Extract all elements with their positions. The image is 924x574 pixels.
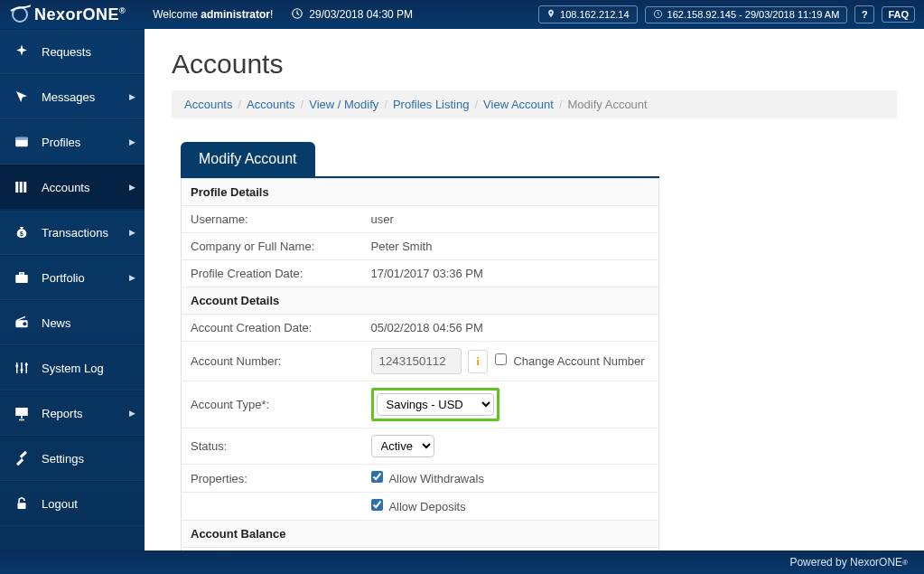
sidebar-item-profiles[interactable]: Profiles▶	[0, 119, 145, 165]
properties-label: Properties:	[182, 465, 362, 493]
breadcrumb-link[interactable]: View Account	[483, 98, 554, 111]
globe-swoosh-icon	[9, 4, 31, 25]
acct-created-value: 05/02/2018 04:56 PM	[362, 315, 659, 342]
chevron-right-icon: ▶	[129, 183, 135, 192]
svg-point-18	[15, 364, 18, 367]
status-label: Status:	[182, 428, 362, 465]
sidebar-item-system-log[interactable]: System Log	[0, 345, 145, 391]
sidebar-item-accounts[interactable]: Accounts▶	[0, 165, 145, 210]
sidebar-item-news[interactable]: News	[0, 300, 145, 345]
sidebar-item-portfolio[interactable]: Portfolio▶	[0, 255, 145, 300]
breadcrumb-separator: /	[301, 98, 304, 111]
books-icon	[13, 178, 31, 196]
sidebar-item-label: Portfolio	[42, 271, 85, 285]
last-session-pill[interactable]: 162.158.92.145 - 29/03/2018 11:19 AM	[645, 6, 848, 24]
acct-type-select[interactable]: Savings - USD	[377, 393, 494, 416]
section-account-balance: Account Balance	[182, 521, 659, 548]
chevron-right-icon: ▶	[129, 137, 135, 146]
svg-rect-10	[15, 275, 28, 283]
page-title: Accounts	[172, 49, 897, 80]
sidebar-item-label: Logout	[42, 497, 78, 511]
server-datetime: 29/03/2018 04:30 PM	[291, 7, 413, 23]
breadcrumb-link[interactable]: Accounts	[184, 98, 232, 111]
sidebar-item-label: Settings	[42, 452, 84, 466]
welcome-text: Welcome administrator!	[153, 8, 273, 21]
moneybag-icon: $	[13, 223, 31, 241]
sidebar-item-label: Profiles	[42, 136, 80, 149]
acct-type-label: Account Type*:	[182, 381, 362, 428]
briefcase-icon	[13, 268, 31, 287]
brand-name: NexorONE®	[34, 5, 126, 24]
breadcrumb-separator: /	[384, 98, 387, 111]
svg-rect-6	[15, 182, 18, 193]
sidebar-item-requests[interactable]: Requests	[0, 29, 145, 74]
change-acct-number-label: Change Account Number	[513, 354, 644, 368]
breadcrumb-link[interactable]: View / Modify	[309, 98, 378, 111]
svg-rect-11	[20, 273, 24, 275]
faq-button[interactable]: FAQ	[882, 6, 915, 23]
sliders-icon	[13, 359, 31, 377]
svg-point-13	[23, 322, 26, 325]
svg-point-19	[21, 369, 23, 372]
change-acct-number-checkbox[interactable]	[495, 353, 507, 365]
svg-rect-21	[15, 408, 28, 416]
section-account-details: Account Details	[182, 287, 659, 315]
profile-created-label: Profile Creation Date:	[182, 260, 362, 287]
svg-rect-5	[15, 137, 28, 140]
sidebar-item-label: Requests	[42, 45, 91, 59]
footer-bar: Powered by NexorONE®	[0, 550, 924, 574]
chevron-right-icon: ▶	[129, 92, 135, 101]
svg-text:$: $	[20, 231, 23, 238]
allow-withdrawals-checkbox[interactable]	[371, 471, 383, 483]
sidebar-item-settings[interactable]: Settings	[0, 436, 145, 481]
id-card-icon	[13, 133, 31, 151]
clock-icon	[291, 7, 303, 23]
current-ip-pill[interactable]: 108.162.212.14	[538, 5, 637, 24]
profile-created-value: 17/01/2017 03:36 PM	[362, 260, 659, 287]
sidebar-item-label: Reports	[42, 407, 83, 420]
svg-point-20	[25, 363, 28, 366]
acct-created-label: Account Creation Date:	[182, 315, 362, 342]
acct-number-input[interactable]	[371, 348, 462, 374]
sidebar-item-label: Transactions	[42, 226, 108, 240]
chevron-right-icon: ▶	[129, 273, 135, 282]
sidebar-item-label: Messages	[42, 90, 95, 104]
sidebar-item-reports[interactable]: Reports▶	[0, 391, 145, 436]
breadcrumb-link[interactable]: Profiles Listing	[393, 98, 470, 111]
help-button[interactable]: ?	[854, 5, 874, 24]
chevron-right-icon: ▶	[129, 409, 135, 418]
acct-number-label: Account Number:	[182, 342, 362, 381]
breadcrumb: Accounts/Accounts/View / Modify/Profiles…	[172, 90, 897, 118]
fullname-value: Peter Smith	[362, 233, 659, 260]
svg-point-2	[550, 12, 552, 14]
breadcrumb-separator: /	[474, 98, 478, 111]
breadcrumb-separator: /	[559, 98, 563, 111]
info-icon[interactable]: i	[468, 350, 488, 373]
tab-modify-account[interactable]: Modify Account	[181, 142, 315, 176]
breadcrumb-separator: /	[238, 98, 241, 111]
svg-rect-8	[23, 182, 26, 193]
sidebar-item-label: Accounts	[42, 181, 89, 194]
username-value: user	[362, 206, 659, 233]
clock-icon	[653, 9, 663, 21]
cursor-icon	[13, 88, 31, 106]
sidebar-item-label: System Log	[42, 362, 104, 375]
allow-deposits-checkbox[interactable]	[371, 499, 383, 511]
section-profile-details: Profile Details	[182, 179, 659, 206]
radio-icon	[13, 314, 31, 332]
sidebar-item-label: News	[42, 316, 71, 330]
sidebar-item-logout[interactable]: Logout	[0, 481, 145, 526]
presentation-icon	[13, 404, 31, 422]
svg-rect-7	[20, 182, 23, 193]
svg-line-14	[17, 316, 25, 320]
brand-logo[interactable]: NexorONE®	[9, 4, 126, 25]
sidebar-item-transactions[interactable]: $Transactions▶	[0, 210, 145, 255]
modify-account-panel: Modify Account Profile Details Username:…	[181, 142, 659, 550]
sidebar: RequestsMessages▶Profiles▶Accounts▶$Tran…	[0, 29, 145, 550]
breadcrumb-link[interactable]: Accounts	[247, 98, 294, 111]
sidebar-item-messages[interactable]: Messages▶	[0, 74, 145, 119]
sparkle-icon	[13, 42, 31, 61]
status-select[interactable]: Active	[371, 435, 434, 457]
header-bar: NexorONE® Welcome administrator! 29/03/2…	[0, 0, 924, 29]
fullname-label: Company or Full Name:	[182, 233, 362, 260]
